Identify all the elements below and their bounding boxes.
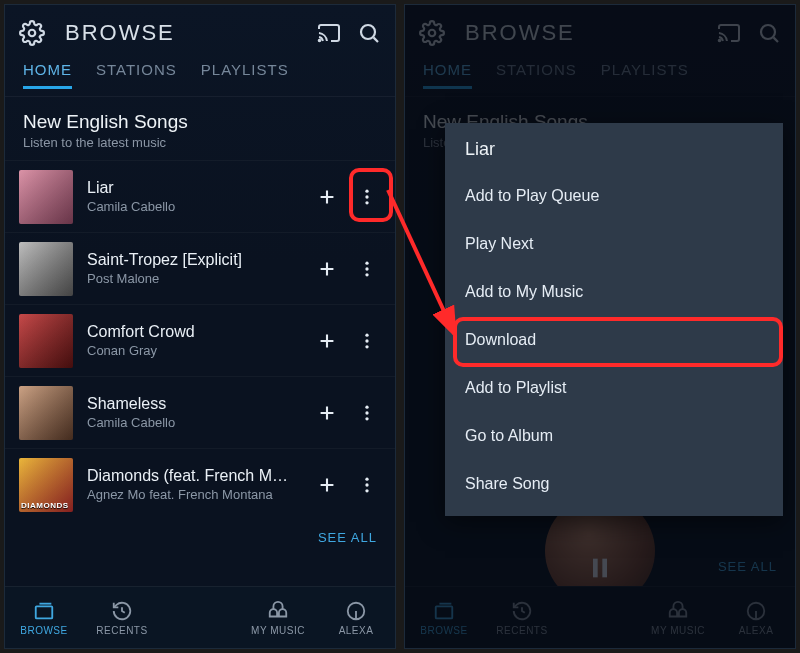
song-row[interactable]: Liar Camila Cabello <box>5 160 395 232</box>
svg-point-10 <box>365 339 368 342</box>
song-artist: Conan Gray <box>87 343 295 358</box>
song-row[interactable]: Saint-Tropez [Explicit] Post Malone <box>5 232 395 304</box>
song-artist: Post Malone <box>87 271 295 286</box>
top-bar: BROWSE <box>5 5 395 61</box>
album-art <box>19 242 73 296</box>
album-art: DIAMONDS <box>19 458 73 512</box>
search-icon[interactable] <box>357 21 381 45</box>
see-all-link[interactable]: SEE ALL <box>700 549 795 580</box>
song-artist: Agnez Mo feat. French Montana <box>87 487 295 502</box>
svg-rect-24 <box>602 559 607 578</box>
svg-point-20 <box>429 30 436 37</box>
left-screen: BROWSE HOME STATIONS PLAYLISTS New Engli… <box>4 4 396 649</box>
see-all-link[interactable]: SEE ALL <box>5 520 395 551</box>
song-title: Shameless <box>87 395 295 413</box>
tab-stations[interactable]: STATIONS <box>496 61 577 86</box>
svg-point-22 <box>761 25 775 39</box>
search-icon[interactable] <box>757 21 781 45</box>
nav-mymusic[interactable]: MY MUSIC <box>239 587 317 648</box>
page-title: BROWSE <box>461 20 701 46</box>
song-text: Liar Camila Cabello <box>87 179 295 214</box>
svg-rect-25 <box>436 606 453 618</box>
overflow-icon[interactable] <box>349 179 385 215</box>
nav-recents[interactable]: RECENTS <box>83 587 161 648</box>
tab-playlists[interactable]: PLAYLISTS <box>201 61 289 86</box>
nav-browse[interactable]: BROWSE <box>405 587 483 648</box>
menu-item-play-next[interactable]: Play Next <box>445 220 783 268</box>
svg-point-1 <box>319 40 321 42</box>
song-row[interactable]: DIAMONDS Diamonds (feat. French Mont… Ag… <box>5 448 395 520</box>
nav-alexa-label: ALEXA <box>339 625 374 636</box>
nav-alexa[interactable]: ALEXA <box>717 587 795 648</box>
gear-icon[interactable] <box>419 20 445 46</box>
tab-playlists[interactable]: PLAYLISTS <box>601 61 689 86</box>
add-button[interactable] <box>309 179 345 215</box>
svg-point-4 <box>365 195 368 198</box>
add-button[interactable] <box>309 395 345 431</box>
menu-item-add-to-my-music[interactable]: Add to My Music <box>445 268 783 316</box>
section-subtitle: Listen to the latest music <box>23 135 377 150</box>
menu-item-add-to-playlist[interactable]: Add to Playlist <box>445 364 783 412</box>
nav-mymusic-label: MY MUSIC <box>651 625 705 636</box>
tab-home[interactable]: HOME <box>423 61 472 89</box>
nav-mymusic[interactable]: MY MUSIC <box>639 587 717 648</box>
svg-point-6 <box>365 261 368 264</box>
menu-item-go-to-album[interactable]: Go to Album <box>445 412 783 460</box>
song-row[interactable]: Comfort Crowd Conan Gray <box>5 304 395 376</box>
context-menu: Liar Add to Play QueuePlay NextAdd to My… <box>445 123 783 516</box>
nav-alexa[interactable]: ALEXA <box>317 587 395 648</box>
add-button[interactable] <box>309 251 345 287</box>
svg-point-5 <box>365 201 368 204</box>
cast-icon[interactable] <box>717 21 741 45</box>
svg-rect-23 <box>593 559 598 578</box>
svg-point-0 <box>29 30 36 37</box>
song-artist: Camila Cabello <box>87 199 295 214</box>
svg-point-12 <box>365 405 368 408</box>
song-row[interactable]: Shameless Camila Cabello <box>5 376 395 448</box>
nav-browse[interactable]: BROWSE <box>5 587 83 648</box>
album-art <box>19 314 73 368</box>
svg-point-26 <box>748 602 765 619</box>
overflow-icon[interactable] <box>349 251 385 287</box>
svg-point-13 <box>365 411 368 414</box>
svg-point-16 <box>365 483 368 486</box>
tab-bar: HOME STATIONS PLAYLISTS <box>405 61 795 97</box>
svg-point-7 <box>365 267 368 270</box>
nav-recents[interactable]: RECENTS <box>483 587 561 648</box>
tab-stations[interactable]: STATIONS <box>96 61 177 86</box>
svg-point-21 <box>719 40 721 42</box>
album-art <box>19 386 73 440</box>
gear-icon[interactable] <box>19 20 45 46</box>
section-header: New English Songs Listen to the latest m… <box>5 97 395 160</box>
svg-point-3 <box>365 189 368 192</box>
add-button[interactable] <box>309 323 345 359</box>
right-screen: BROWSE HOME STATIONS PLAYLISTS New Engli… <box>404 4 796 649</box>
overflow-icon[interactable] <box>349 323 385 359</box>
menu-item-add-to-play-queue[interactable]: Add to Play Queue <box>445 172 783 220</box>
page-title: BROWSE <box>61 20 301 46</box>
nav-browse-label: BROWSE <box>420 625 467 636</box>
song-artist: Camila Cabello <box>87 415 295 430</box>
top-bar: BROWSE <box>405 5 795 61</box>
section-title: New English Songs <box>23 111 377 133</box>
song-title: Comfort Crowd <box>87 323 295 341</box>
menu-item-download[interactable]: Download <box>445 316 783 364</box>
song-text: Shameless Camila Cabello <box>87 395 295 430</box>
album-art <box>19 170 73 224</box>
song-title: Diamonds (feat. French Mont… <box>87 467 295 485</box>
svg-point-15 <box>365 477 368 480</box>
add-button[interactable] <box>309 467 345 503</box>
overflow-icon[interactable] <box>349 395 385 431</box>
nav-alexa-label: ALEXA <box>739 625 774 636</box>
svg-point-14 <box>365 417 368 420</box>
song-list: Liar Camila Cabello Saint-Tropez [Explic… <box>5 160 395 520</box>
menu-item-share-song[interactable]: Share Song <box>445 460 783 508</box>
overflow-icon[interactable] <box>349 467 385 503</box>
svg-point-11 <box>365 345 368 348</box>
pause-icon[interactable] <box>575 550 625 586</box>
svg-point-9 <box>365 333 368 336</box>
tab-home[interactable]: HOME <box>23 61 72 89</box>
svg-point-17 <box>365 489 368 492</box>
song-text: Diamonds (feat. French Mont… Agnez Mo fe… <box>87 467 295 502</box>
cast-icon[interactable] <box>317 21 341 45</box>
